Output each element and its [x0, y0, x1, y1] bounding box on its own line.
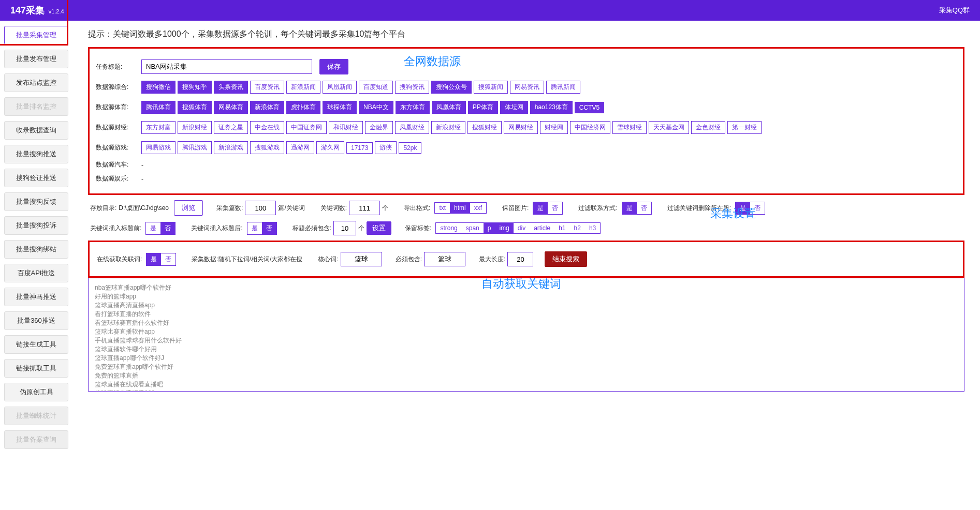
source-tag[interactable]: 新浪游戏 — [214, 141, 248, 154]
source-tag[interactable]: 搜狗知乎 — [178, 81, 212, 94]
keep-img-opt[interactable]: 否 — [548, 202, 562, 214]
insert-after-opt[interactable]: 是 — [247, 222, 262, 234]
insert-before-opt[interactable]: 是 — [146, 222, 160, 234]
source-tag[interactable]: 中金在线 — [250, 121, 284, 134]
sidebar-item[interactable]: 百度API推送 — [4, 264, 68, 282]
value-input[interactable] — [424, 252, 465, 266]
title-contain-set-button[interactable]: 设置 — [367, 221, 391, 235]
keep-tags-opt[interactable]: span — [462, 223, 484, 233]
sidebar-item[interactable]: 链接抓取工具 — [4, 359, 68, 378]
keep-img-opt[interactable]: 是 — [533, 202, 548, 214]
source-tag[interactable]: 雪球财经 — [612, 121, 647, 134]
insert-before-opt[interactable]: 否 — [160, 222, 175, 234]
source-tag[interactable]: 凤凰财经 — [395, 121, 429, 134]
keep-tags-opt[interactable]: h1 — [554, 223, 569, 233]
source-tag[interactable]: 新浪财经 — [431, 121, 465, 134]
keep-tags-opt[interactable]: h3 — [585, 223, 600, 233]
sidebar-item[interactable]: 收录数据查询 — [4, 121, 68, 140]
source-tag[interactable]: 搜狗资讯 — [395, 81, 429, 94]
browse-button[interactable]: 浏览 — [174, 200, 203, 216]
source-tag[interactable]: 网易资讯 — [510, 81, 544, 94]
source-tag[interactable]: 证券之星 — [214, 121, 248, 134]
keep-tags-opt[interactable]: p — [484, 223, 495, 233]
source-tag[interactable]: 52pk — [399, 142, 421, 154]
sidebar-item[interactable]: 批量搜狗反馈 — [4, 192, 68, 211]
source-tag[interactable]: 东方体育 — [396, 101, 430, 114]
source-tag[interactable]: 腾讯体育 — [141, 101, 175, 114]
keep-tags-opt[interactable]: strong — [436, 223, 461, 233]
filter-kw-pos-opt[interactable]: 是 — [736, 202, 750, 214]
source-tag[interactable]: CCTV5 — [575, 102, 604, 113]
sidebar-item[interactable]: 批量神马推送 — [4, 288, 68, 306]
value-input[interactable] — [245, 201, 276, 215]
source-tag[interactable]: 金色财经 — [691, 121, 725, 134]
save-button[interactable]: 保存 — [319, 59, 348, 74]
source-tag[interactable]: 搜狐体育 — [178, 101, 212, 114]
online-kw-toggle-opt[interactable]: 是 — [147, 253, 161, 265]
sidebar-item[interactable]: 链接生成工具 — [4, 335, 68, 354]
value-input[interactable] — [349, 201, 380, 215]
value-input[interactable] — [507, 252, 533, 266]
source-tag[interactable]: 财经网 — [540, 121, 568, 134]
value-input[interactable] — [341, 252, 382, 266]
value-input[interactable] — [333, 221, 356, 235]
sidebar-item[interactable]: 批量搜狗绑站 — [4, 240, 68, 259]
keep-tags-opt[interactable]: article — [530, 223, 554, 233]
export-format-opt[interactable]: txt — [435, 203, 450, 213]
source-tag[interactable]: 游久网 — [316, 141, 344, 154]
filter-contact-opt[interactable]: 否 — [637, 202, 651, 214]
insert-after-opt[interactable]: 否 — [262, 222, 276, 234]
source-tag[interactable]: 搜狐游戏 — [250, 141, 284, 154]
source-tag[interactable]: 第一财经 — [727, 121, 762, 134]
keep-tags-opt[interactable]: h2 — [570, 223, 585, 233]
sidebar-item[interactable]: 搜狗验证推送 — [4, 169, 68, 187]
source-tag[interactable]: 金融界 — [365, 121, 393, 134]
export-format-opt[interactable]: html — [450, 203, 470, 213]
source-tag[interactable]: 搜狐财经 — [467, 121, 502, 134]
keep-tags-opt[interactable]: div — [514, 223, 530, 233]
sidebar-item[interactable]: 批量360推送 — [4, 311, 68, 330]
sidebar-item[interactable]: 批量发布管理 — [4, 50, 68, 68]
source-tag[interactable]: 虎扑体育 — [286, 101, 320, 114]
source-tag[interactable]: 腾讯新闻 — [546, 81, 580, 94]
source-tag[interactable]: 新浪财经 — [178, 121, 212, 134]
sidebar-item[interactable]: 批量搜狗推送 — [4, 145, 68, 163]
filter-contact-opt[interactable]: 是 — [622, 202, 637, 214]
source-tag[interactable]: 新浪新闻 — [286, 81, 320, 94]
source-tag[interactable]: 腾讯游戏 — [178, 141, 212, 154]
export-format-opt[interactable]: xxf — [470, 203, 486, 213]
source-tag[interactable]: 天天基金网 — [649, 121, 689, 134]
keyword-textarea[interactable] — [88, 278, 964, 392]
source-tag[interactable]: PP体育 — [468, 101, 498, 114]
source-tag[interactable]: 搜狗微信 — [141, 81, 175, 94]
sidebar-item[interactable]: 伪原创工具 — [4, 383, 68, 401]
source-tag[interactable]: 迅游网 — [286, 141, 314, 154]
sidebar-item[interactable]: 发布站点监控 — [4, 73, 68, 92]
source-tag[interactable]: 和讯财经 — [329, 121, 363, 134]
source-tag[interactable]: 凤凰新闻 — [323, 81, 357, 94]
source-tag[interactable]: 网易财经 — [504, 121, 538, 134]
sidebar-item[interactable]: 批量采集管理 — [4, 26, 68, 44]
source-tag[interactable]: 百度资讯 — [250, 81, 284, 94]
task-title-input[interactable] — [141, 59, 312, 74]
qq-group-link[interactable]: 采集QQ群 — [939, 6, 970, 15]
source-tag[interactable]: 凤凰体育 — [432, 101, 466, 114]
source-tag[interactable]: 中国证券网 — [286, 121, 327, 134]
source-tag[interactable]: 体坛网 — [500, 101, 528, 114]
source-tag[interactable]: 头条资讯 — [214, 81, 248, 94]
source-tag[interactable]: 百度知道 — [359, 81, 393, 94]
source-tag[interactable]: 搜狐新闻 — [474, 81, 508, 94]
source-tag[interactable]: 新浪体育 — [250, 101, 284, 114]
source-tag[interactable]: 网易体育 — [214, 101, 248, 114]
source-tag[interactable]: 中国经济网 — [570, 121, 610, 134]
source-tag[interactable]: NBA中文 — [359, 101, 393, 114]
source-tag[interactable]: 17173 — [346, 142, 373, 154]
sidebar-item[interactable]: 批量搜狗投诉 — [4, 216, 68, 235]
source-tag[interactable]: 球探体育 — [323, 101, 357, 114]
keep-tags-opt[interactable]: img — [495, 223, 513, 233]
source-tag[interactable]: 东方财富 — [141, 121, 175, 134]
source-tag[interactable]: hao123体育 — [530, 101, 573, 114]
end-search-button[interactable]: 结束搜索 — [545, 251, 587, 267]
source-tag[interactable]: 搜狗公众号 — [431, 81, 472, 94]
filter-kw-pos-opt[interactable]: 否 — [750, 202, 765, 214]
